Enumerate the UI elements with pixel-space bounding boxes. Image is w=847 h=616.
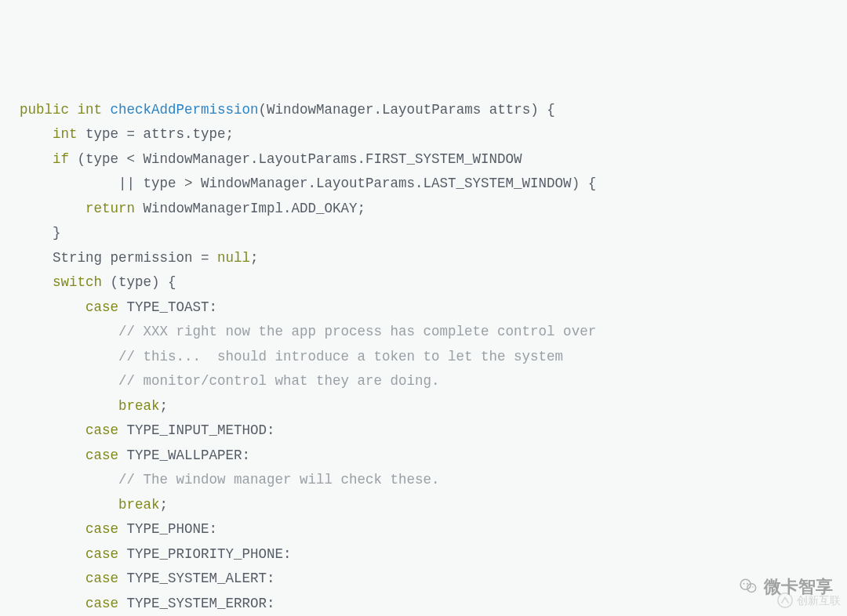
brand-logo-icon [776, 592, 794, 609]
code-line: || type > WindowManager.LayoutParams.LAS… [20, 172, 827, 197]
svg-point-5 [752, 587, 754, 589]
watermark-brand: 创新互联 [770, 585, 847, 617]
watermark-brand-text: 创新互联 [797, 589, 841, 614]
code-line: case TYPE_WALLPAPER: [20, 444, 827, 469]
code-line: break; [20, 394, 827, 419]
keyword-token: case [85, 571, 118, 586]
keyword-token: case [85, 546, 118, 562]
code-line: case TYPE_PRIORITY_PHONE: [20, 542, 827, 567]
code-line: break; [20, 493, 827, 518]
keyword-token: break [118, 398, 160, 414]
code-line: // XXX right now the app process has com… [20, 320, 827, 345]
keyword-token: return [85, 201, 135, 216]
code-line: // monitor/control what they are doing. [20, 369, 827, 394]
code-line: if (type < WindowManager.LayoutParams.FI… [20, 147, 827, 172]
comment-token: // The window manager will check these. [118, 472, 440, 487]
keyword-token: case [85, 596, 118, 611]
keyword-token: public [20, 102, 69, 118]
keyword-token: switch [53, 274, 102, 290]
code-line: case TYPE_SYSTEM_ALERT: [20, 567, 827, 592]
code-line: case TYPE_PHONE: [20, 517, 827, 542]
code-line: return WindowManagerImpl.ADD_OKAY; [20, 197, 827, 222]
code-line: public int checkAddPermission(WindowMana… [20, 98, 827, 123]
code-line: switch (type) { [20, 270, 827, 295]
keyword-token: int [53, 126, 78, 142]
code-line: // The window manager will check these. [20, 468, 827, 493]
code-line: int type = attrs.type; [20, 122, 827, 147]
keyword-token: case [85, 521, 118, 537]
code-line: case TYPE_SYSTEM_ERROR: [20, 592, 827, 617]
code-line: } [20, 221, 827, 246]
comment-token: // this... should introduce a token to l… [118, 349, 563, 364]
function-name-token: checkAddPermission [111, 102, 259, 118]
svg-point-6 [778, 593, 792, 607]
keyword-token: null [217, 250, 250, 266]
code-line: String permission = null; [20, 246, 827, 271]
wechat-icon [739, 576, 759, 596]
code-block: public int checkAddPermission(WindowMana… [20, 98, 827, 617]
comment-token: // monitor/control what they are doing. [118, 373, 440, 389]
keyword-token: if [53, 151, 69, 167]
svg-point-3 [747, 583, 748, 585]
keyword-token: int [78, 102, 103, 118]
keyword-token: case [85, 299, 118, 315]
comment-token: // XXX right now the app process has com… [118, 324, 596, 339]
code-line: // this... should introduce a token to l… [20, 345, 827, 370]
svg-point-2 [743, 583, 745, 585]
code-line: case TYPE_INPUT_METHOD: [20, 419, 827, 444]
keyword-token: case [85, 422, 118, 438]
keyword-token: case [85, 448, 118, 463]
code-line: case TYPE_TOAST: [20, 295, 827, 321]
svg-point-4 [750, 587, 751, 589]
keyword-token: break [118, 497, 160, 513]
